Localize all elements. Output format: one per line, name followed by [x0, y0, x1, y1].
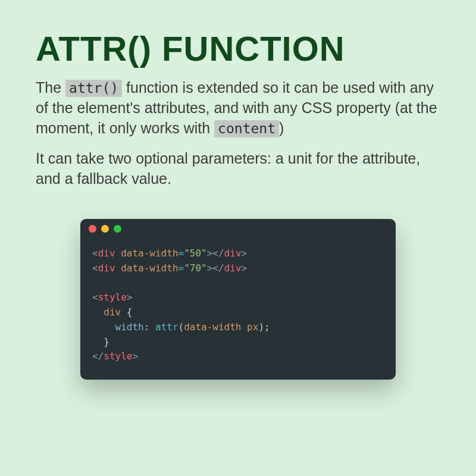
tok: <	[212, 248, 218, 259]
window-titlebar	[80, 219, 396, 239]
tok: (	[178, 321, 184, 333]
tok	[115, 262, 121, 274]
tok	[115, 248, 121, 259]
tok: >	[242, 248, 248, 259]
tok: )	[258, 321, 264, 333]
code-block: <div data-width="50"></div> <div data-wi…	[80, 239, 396, 380]
window-close-dot	[89, 225, 96, 233]
code-window: <div data-width="50"></div> <div data-wi…	[80, 219, 396, 380]
tok: "	[201, 248, 207, 259]
tok: 50	[190, 248, 201, 259]
tok: >	[207, 262, 213, 274]
tok: >	[242, 262, 248, 274]
tok: =	[178, 262, 184, 274]
tok	[92, 336, 104, 347]
tok: "	[184, 248, 190, 259]
tok: div	[224, 262, 242, 274]
tok: div	[98, 262, 115, 274]
text: )	[279, 120, 284, 136]
window-zoom-dot	[114, 225, 121, 233]
tok	[92, 306, 104, 318]
tok: <	[92, 350, 98, 362]
tok: :	[144, 321, 150, 333]
tok: /	[218, 248, 224, 259]
tok: <	[92, 262, 98, 274]
tok: >	[127, 292, 133, 303]
tok: div	[104, 306, 121, 318]
tok: "	[201, 262, 207, 274]
tok: ;	[264, 321, 270, 333]
tok: data-width	[121, 248, 178, 259]
tok: <	[92, 292, 98, 303]
tok: "	[184, 262, 190, 274]
tok: /	[98, 350, 104, 362]
tok: }	[104, 336, 109, 347]
tok: width	[115, 321, 144, 333]
tok: div	[98, 248, 115, 259]
intro-paragraph-1: The attr() function is extended so it ca…	[36, 78, 440, 138]
tok: >	[207, 248, 213, 259]
tok: style	[98, 292, 127, 303]
tok	[121, 306, 127, 318]
tok: data-width	[121, 262, 178, 274]
tok: div	[224, 248, 242, 259]
tok: <	[92, 248, 98, 259]
tok: style	[104, 350, 132, 362]
tok: 70	[190, 262, 201, 274]
tok: =	[178, 248, 184, 259]
tok: {	[127, 306, 133, 318]
tok	[92, 321, 115, 333]
intro-paragraph-2: It can take two optional parameters: a u…	[36, 149, 440, 189]
inline-code-content: content	[214, 120, 279, 137]
tok	[149, 321, 155, 333]
tok: attr	[155, 321, 178, 333]
tok: <	[212, 262, 218, 274]
inline-code-attr: attr()	[65, 80, 122, 97]
tok: >	[132, 350, 138, 362]
page-title: ATTR() FUNCTION	[36, 29, 440, 68]
text: The	[36, 79, 65, 96]
tok: data-width px	[184, 321, 258, 333]
tok: /	[218, 262, 224, 274]
window-minimize-dot	[101, 225, 109, 233]
